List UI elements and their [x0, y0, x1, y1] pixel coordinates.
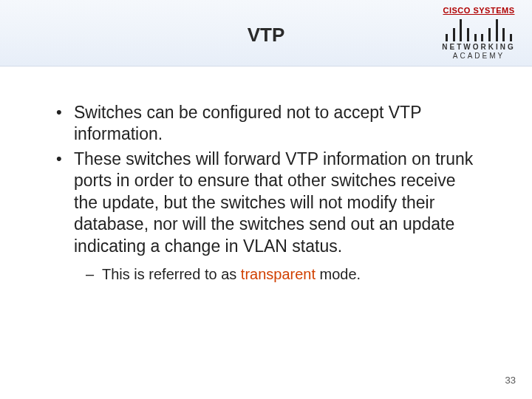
slide-header: VTP CISCO SYSTEMS NETWORKING ACADEMY: [0, 0, 532, 66]
sub-bullet-item: This is referred to as transparent mode.: [83, 265, 480, 284]
sub-text-highlight: transparent: [241, 266, 316, 282]
bullet-item: Switches can be configured not to accept…: [52, 102, 480, 146]
bullet-item: These switches will forward VTP informat…: [52, 149, 480, 284]
bullet-list: Switches can be configured not to accept…: [52, 102, 480, 284]
logo-line-networking: NETWORKING: [434, 43, 523, 51]
sub-bullet-list: This is referred to as transparent mode.: [83, 265, 480, 284]
bullet-text: These switches will forward VTP informat…: [74, 149, 473, 256]
cisco-brand-text: CISCO SYSTEMS: [434, 6, 523, 15]
page-number: 33: [505, 375, 516, 386]
sub-text-prefix: This is referred to as: [102, 266, 241, 282]
logo-line-academy: ACADEMY: [434, 52, 523, 60]
cisco-bridge-icon: [446, 16, 512, 41]
sub-text-suffix: mode.: [316, 266, 361, 282]
cisco-logo: CISCO SYSTEMS NETWORKING ACADEMY: [434, 6, 523, 61]
slide-content: Switches can be configured not to accept…: [0, 66, 532, 284]
